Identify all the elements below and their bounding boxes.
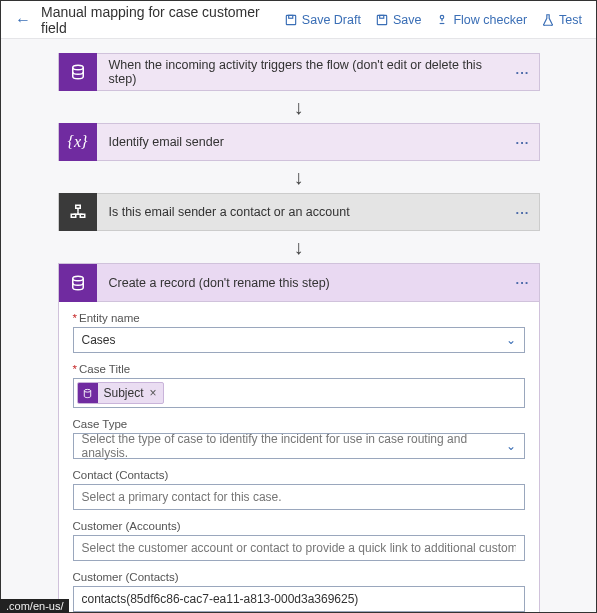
step-create-record-card: Create a record (don't rename this step)… — [58, 263, 540, 613]
field-label: Case Title — [73, 363, 525, 375]
case-type-select[interactable]: Select the type of case to identify the … — [73, 433, 525, 459]
customer-accounts-placeholder: Select the customer account or contact t… — [82, 541, 516, 555]
flow-checker-button[interactable]: Flow checker — [435, 13, 527, 27]
case-title-input[interactable]: Subject × — [73, 378, 525, 408]
svg-point-5 — [72, 65, 83, 70]
contact-placeholder: Select a primary contact for this case. — [82, 490, 282, 504]
field-case-title: Case Title Subject × — [73, 363, 525, 408]
arrow-down-icon: ↓ — [294, 237, 304, 257]
database-icon — [59, 264, 97, 302]
step-menu-icon[interactable]: ··· — [507, 65, 539, 80]
field-label: Entity name — [73, 312, 525, 324]
svg-rect-7 — [71, 214, 76, 217]
step-create-record-header[interactable]: Create a record (don't rename this step)… — [59, 264, 539, 302]
step-condition-label: Is this email sender a contact or an acc… — [97, 205, 507, 219]
entity-name-select[interactable]: Cases ⌄ — [73, 327, 525, 353]
save-draft-icon — [284, 13, 298, 27]
svg-rect-3 — [380, 15, 384, 18]
test-button[interactable]: Test — [541, 13, 582, 27]
back-arrow-icon[interactable]: ← — [15, 11, 31, 29]
customer-contacts-input[interactable]: contacts(85df6c86-cac7-ea11-a813-000d3a3… — [73, 586, 525, 612]
case-type-placeholder: Select the type of case to identify the … — [82, 432, 506, 460]
field-customer-accounts: Customer (Accounts) Select the customer … — [73, 520, 525, 561]
flow-canvas: When the incoming activity triggers the … — [1, 39, 596, 613]
save-draft-label: Save Draft — [302, 13, 361, 27]
field-label: Customer (Accounts) — [73, 520, 525, 532]
page-title: Manual mapping for case customer field — [41, 4, 284, 36]
flask-icon — [541, 13, 555, 27]
arrow-down-icon: ↓ — [294, 97, 304, 117]
contact-input[interactable]: Select a primary contact for this case. — [73, 484, 525, 510]
save-draft-button[interactable]: Save Draft — [284, 13, 361, 27]
field-entity-name: Entity name Cases ⌄ — [73, 312, 525, 353]
svg-point-9 — [72, 276, 83, 281]
customer-contacts-value: contacts(85df6c86-cac7-ea11-a813-000d3a3… — [82, 592, 359, 606]
test-label: Test — [559, 13, 582, 27]
step-condition[interactable]: Is this email sender a contact or an acc… — [58, 193, 540, 231]
card-body: Entity name Cases ⌄ Case Title Subject × — [59, 302, 539, 613]
field-label: Contact (Contacts) — [73, 469, 525, 481]
database-icon — [59, 53, 97, 91]
entity-name-value: Cases — [82, 333, 116, 347]
arrow-down-icon: ↓ — [294, 167, 304, 187]
token-label: Subject — [104, 386, 144, 400]
step-create-record-label: Create a record (don't rename this step) — [97, 276, 507, 290]
svg-rect-0 — [286, 15, 295, 24]
database-icon — [78, 382, 98, 404]
chevron-down-icon: ⌄ — [506, 333, 516, 347]
save-label: Save — [393, 13, 422, 27]
save-button[interactable]: Save — [375, 13, 422, 27]
step-menu-icon[interactable]: ··· — [507, 275, 539, 290]
step-trigger-label: When the incoming activity triggers the … — [97, 58, 507, 86]
svg-rect-2 — [377, 15, 386, 24]
step-menu-icon[interactable]: ··· — [507, 205, 539, 220]
step-trigger[interactable]: When the incoming activity triggers the … — [58, 53, 540, 91]
header-actions: Save Draft Save Flow checker Test — [284, 13, 582, 27]
dynamic-token-subject[interactable]: Subject × — [77, 382, 164, 404]
flow-checker-icon — [435, 13, 449, 27]
svg-rect-1 — [289, 15, 293, 18]
svg-point-4 — [441, 15, 445, 19]
page-header: ← Manual mapping for case customer field… — [1, 1, 596, 39]
status-bar: .com/en-us/ — [0, 599, 69, 613]
step-identify-sender-label: Identify email sender — [97, 135, 507, 149]
step-menu-icon[interactable]: ··· — [507, 135, 539, 150]
token-remove-icon[interactable]: × — [150, 386, 157, 400]
field-customer-contacts: Customer (Contacts) contacts(85df6c86-ca… — [73, 571, 525, 612]
save-icon — [375, 13, 389, 27]
flow-checker-label: Flow checker — [453, 13, 527, 27]
field-label: Case Type — [73, 418, 525, 430]
svg-rect-8 — [80, 214, 85, 217]
variable-icon: {x} — [59, 123, 97, 161]
field-label: Customer (Contacts) — [73, 571, 525, 583]
field-case-type: Case Type Select the type of case to ide… — [73, 418, 525, 459]
svg-rect-6 — [75, 205, 80, 208]
chevron-down-icon: ⌄ — [506, 439, 516, 453]
svg-point-10 — [84, 389, 90, 392]
step-identify-sender[interactable]: {x} Identify email sender ··· — [58, 123, 540, 161]
customer-accounts-input[interactable]: Select the customer account or contact t… — [73, 535, 525, 561]
condition-icon — [59, 193, 97, 231]
field-contact: Contact (Contacts) Select a primary cont… — [73, 469, 525, 510]
